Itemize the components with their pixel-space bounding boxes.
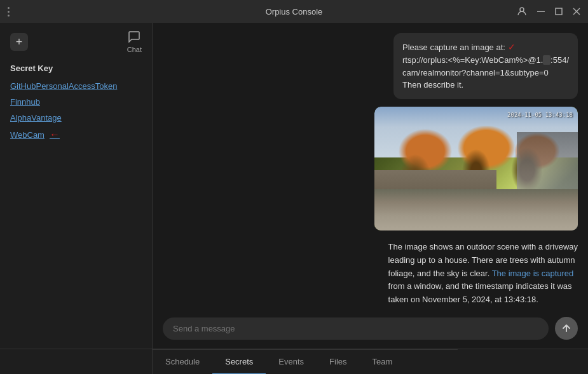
sidebar-item-alphaVantage[interactable]: AlphaVantage <box>0 110 152 126</box>
title-bar: Orpius Console <box>0 0 588 23</box>
sidebar-item-github[interactable]: GitHubPersonalAccessToken <box>0 78 152 94</box>
sidebar-item-webcam[interactable]: WebCam ← <box>0 126 152 144</box>
camera-timestamp: 2024-11-05 13:43:18 <box>507 112 573 118</box>
ai-text-blue: The image is captured <box>492 269 574 278</box>
chat-icon-area[interactable]: Chat <box>127 30 142 53</box>
chat-label: Chat <box>127 46 142 53</box>
svg-rect-1 <box>537 11 545 13</box>
svg-rect-2 <box>556 8 562 15</box>
app-title: Orpius Console <box>266 7 323 17</box>
message-path: cam/realmonitor?channel=1&subtype=0 <box>402 68 549 77</box>
camera-image: 2024-11-05 13:43:18 IPC AMCREST <box>374 107 578 231</box>
bottom-area: Schedule Secrets Events Files Team <box>0 349 588 374</box>
bottom-left-spacer <box>0 349 153 374</box>
main-layout: + Chat Secret Key GitHubPersonalAccessTo… <box>0 23 588 349</box>
webcam-arrow: ← <box>50 129 60 140</box>
camera-wall <box>374 170 496 196</box>
svg-point-0 <box>520 8 524 11</box>
ai-text-2: from a window, and the timestamp indicat… <box>388 281 572 304</box>
maximize-icon[interactable] <box>555 8 563 15</box>
menu-dots[interactable] <box>8 7 10 17</box>
message-input[interactable] <box>163 317 549 340</box>
chat-messages: Please capture an image at: ✓ rtsp://orp… <box>163 33 578 309</box>
message-url: rtsp://orplus:<%=Key:WebCam%>@1. :554/ <box>402 55 569 65</box>
message-text-line1: Please capture an image at: <box>402 43 508 52</box>
tab-events[interactable]: Events <box>266 350 317 374</box>
user-icon[interactable] <box>517 6 527 17</box>
user-message-bubble: Please capture an image at: ✓ rtsp://orp… <box>393 33 578 99</box>
send-button[interactable] <box>555 317 578 340</box>
sidebar-header: + Chat <box>0 30 152 58</box>
bottom-tabs: Schedule Secrets Events Files Team <box>153 349 458 374</box>
chat-input-area <box>163 309 578 349</box>
camera-brand-label: AMCREST <box>536 222 571 229</box>
checkmark-icon: ✓ <box>508 42 516 52</box>
tab-team[interactable]: Team <box>360 350 406 374</box>
ai-response-bubble: The image shows an outdoor scene with a … <box>388 238 578 309</box>
sidebar-item-finnhub[interactable]: Finnhub <box>0 94 152 110</box>
add-button[interactable]: + <box>10 33 28 51</box>
tab-files[interactable]: Files <box>317 350 359 374</box>
window-controls <box>517 6 580 17</box>
section-title: Secret Key <box>0 58 152 78</box>
message-instruction: Then describe it. <box>402 80 463 90</box>
chat-panel: Please capture an image at: ✓ rtsp://orp… <box>153 23 588 349</box>
tab-schedule[interactable]: Schedule <box>153 350 212 374</box>
minimize-icon[interactable] <box>537 8 545 15</box>
close-icon[interactable] <box>573 8 580 15</box>
camera-ipc-label: IPC <box>381 222 391 229</box>
title-bar-left <box>8 7 10 17</box>
camera-door <box>517 132 578 231</box>
sidebar: + Chat Secret Key GitHubPersonalAccessTo… <box>0 23 153 349</box>
tab-secrets[interactable]: Secrets <box>212 350 266 374</box>
camera-image-container: 2024-11-05 13:43:18 IPC AMCREST <box>374 107 578 231</box>
